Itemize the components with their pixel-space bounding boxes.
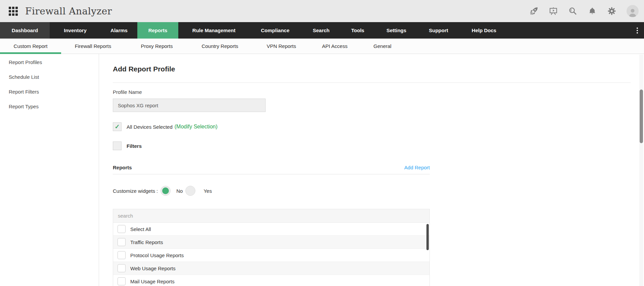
customize-no-radio[interactable] [160, 186, 171, 196]
tab-custom-report[interactable]: Custom Report [0, 39, 61, 54]
customize-no-label: No [176, 188, 183, 194]
page-title: Add Report Profile [113, 65, 644, 73]
nav-item-inventory[interactable]: Inventory [50, 22, 101, 39]
customize-yes-radio[interactable] [185, 186, 195, 196]
traffic-reports-checkbox[interactable] [118, 238, 126, 246]
filters-label: Filters [127, 143, 142, 149]
list-item-label: Protocol Usage Reports [130, 252, 184, 258]
report-types-listbox: Select All Traffic Reports Protocol Usag… [113, 209, 430, 286]
header-actions [529, 0, 639, 22]
customize-yes-label: Yes [203, 188, 212, 194]
reports-subnav: Custom Report Firewall Reports Proxy Rep… [0, 39, 644, 54]
list-item-label: Mail Usage Reports [130, 279, 175, 284]
customize-widgets-row: Customize widgets : No Yes [113, 186, 644, 196]
tab-firewall-reports[interactable]: Firewall Reports [61, 39, 125, 54]
nav-item-help-docs[interactable]: Help Docs [458, 22, 510, 39]
select-all-checkbox[interactable] [118, 225, 126, 233]
tab-api-access[interactable]: API Access [312, 39, 358, 54]
protocol-usage-reports-checkbox[interactable] [118, 251, 126, 259]
list-item-label: Traffic Reports [130, 239, 163, 245]
list-item-label: Web Usage Reports [130, 266, 176, 271]
all-devices-checkbox[interactable]: ✓ [113, 122, 122, 131]
nav-item-search[interactable]: Search [301, 22, 341, 39]
main-content: Add Report Profile Profile Name ✓ All De… [99, 54, 644, 286]
sidebar-item-report-filters[interactable]: Report Filters [0, 84, 99, 99]
user-avatar[interactable] [627, 5, 639, 17]
list-scrollbar-thumb[interactable] [426, 224, 429, 250]
profile-name-input[interactable] [113, 99, 266, 112]
nav-item-dashboard[interactable]: Dashboard [0, 22, 50, 39]
nav-item-rule-management[interactable]: Rule Management [178, 22, 249, 39]
nav-item-support[interactable]: Support [419, 22, 458, 39]
tab-general[interactable]: General [358, 39, 407, 54]
report-search-row [113, 209, 429, 223]
tab-vpn-reports[interactable]: VPN Reports [251, 39, 312, 54]
main-nav: Dashboard Inventory Alarms Reports Rule … [0, 22, 644, 39]
search-icon[interactable] [568, 6, 578, 16]
list-item-mail-usage-reports[interactable]: Mail Usage Reports [113, 275, 429, 286]
add-report-link[interactable]: Add Report [404, 165, 430, 170]
title-divider [113, 82, 631, 83]
list-item-label: Select All [130, 226, 151, 232]
nav-item-tools[interactable]: Tools [341, 22, 374, 39]
getting-started-rocket-icon[interactable] [529, 6, 539, 16]
all-devices-row: ✓ All Devices Selected (Modify Selection… [113, 122, 644, 132]
customize-widgets-label: Customize widgets : [113, 188, 158, 194]
nav-item-alarms[interactable]: Alarms [101, 22, 137, 39]
nav-item-settings[interactable]: Settings [374, 22, 419, 39]
sidebar-item-report-types[interactable]: Report Types [0, 99, 99, 114]
nav-item-reports[interactable]: Reports [137, 22, 178, 39]
sidebar: Report Profiles Schedule List Report Fil… [0, 54, 99, 286]
demo-presentation-icon[interactable] [549, 6, 558, 16]
tab-country-reports[interactable]: Country Reports [189, 39, 251, 54]
app-title: Firewall Analyzer [25, 6, 112, 17]
report-search-input[interactable] [113, 209, 429, 222]
nav-item-compliance[interactable]: Compliance [249, 22, 301, 39]
all-devices-label: All Devices Selected [127, 124, 173, 130]
list-item-select-all[interactable]: Select All [113, 223, 429, 236]
list-item-web-usage-reports[interactable]: Web Usage Reports [113, 262, 429, 275]
sidebar-item-report-profiles[interactable]: Report Profiles [0, 55, 99, 69]
filters-row: Filters [113, 141, 644, 150]
app-launcher-icon[interactable] [9, 7, 18, 16]
mail-usage-reports-checkbox[interactable] [118, 277, 126, 285]
sidebar-item-schedule-list[interactable]: Schedule List [0, 69, 99, 84]
list-item-protocol-usage-reports[interactable]: Protocol Usage Reports [113, 249, 429, 262]
page-scrollbar-thumb[interactable] [640, 90, 643, 143]
list-item-traffic-reports[interactable]: Traffic Reports [113, 236, 429, 249]
profile-name-label: Profile Name [113, 89, 644, 95]
app-header: Firewall Analyzer [0, 0, 644, 22]
nav-overflow-menu-icon[interactable] [634, 22, 641, 39]
modify-selection-link[interactable]: (Modify Selection) [175, 124, 218, 130]
settings-gear-icon[interactable] [607, 6, 616, 16]
checkmark-icon: ✓ [114, 124, 120, 130]
web-usage-reports-checkbox[interactable] [118, 264, 126, 272]
reports-section-title: Reports [113, 165, 132, 170]
reports-section-header: Reports Add Report [113, 165, 430, 174]
notifications-bell-icon[interactable] [588, 6, 597, 16]
filters-checkbox[interactable] [113, 141, 122, 150]
tab-proxy-reports[interactable]: Proxy Reports [125, 39, 189, 54]
